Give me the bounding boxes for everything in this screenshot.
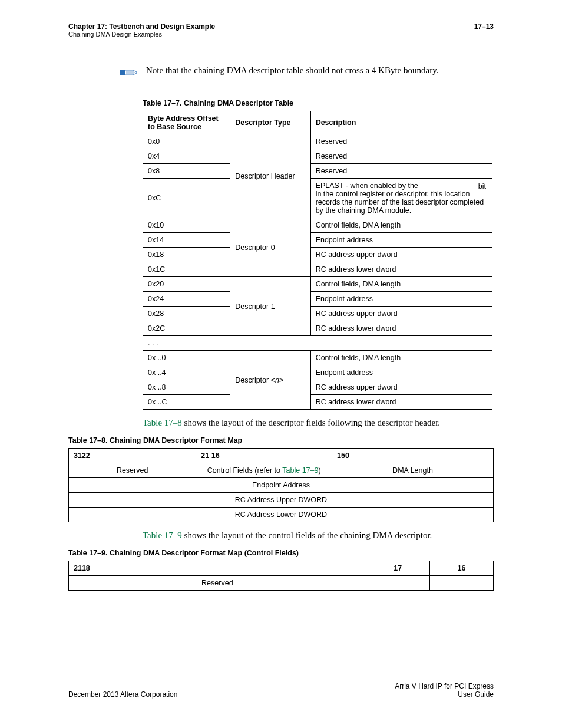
footer-product: Arria V Hard IP for PCI Express (395, 682, 494, 690)
table-row-ellipsis: . . . (143, 336, 492, 351)
cell-type: Descriptor <n> (230, 351, 310, 410)
page-number: 17–13 (474, 22, 494, 31)
paragraph-1: Table 17–8 shows the layout of the descr… (143, 418, 494, 428)
cell-desc: Control fields, DMA length (310, 277, 492, 292)
cell-desc: Reserved (310, 134, 492, 149)
cell-empty (366, 576, 429, 591)
table-row: 0x2C RC address lower dword (143, 321, 492, 336)
cell-type: Descriptor 0 (230, 218, 310, 277)
col-1: 2118 (69, 561, 366, 576)
table-row: 0x28 RC address upper dword (143, 307, 492, 321)
table-row: 0x24 Endpoint address (143, 292, 492, 307)
table-17-9: 2118 17 16 Reserved (68, 561, 494, 591)
table-8-link[interactable]: Table 17–8 (143, 418, 182, 427)
footer-left: December 2013 Altera Corporation (68, 690, 177, 699)
cell-offset: 0x24 (143, 292, 230, 307)
table9-caption: Table 17–9. Chaining DMA Descriptor Form… (68, 549, 494, 557)
cell-type: Descriptor 1 (230, 277, 310, 336)
col-desc: Description (310, 111, 492, 134)
cell-type: Descriptor Header (230, 134, 310, 218)
cell-desc: RC address upper dword (310, 248, 492, 262)
col-3: 16 (429, 561, 493, 576)
cell-desc: Control fields, DMA length (310, 218, 492, 233)
table8-caption: Table 17–8. Chaining DMA Descriptor Form… (68, 436, 494, 444)
pointing-hand-icon (120, 67, 138, 78)
cell-offset: 0xC (143, 179, 230, 218)
ctrl-post: ) (318, 466, 320, 475)
col-offset: Byte Address Offset to Base Source (143, 111, 230, 134)
cell-desc: Reserved (310, 149, 492, 164)
cell-reserved: Reserved (69, 576, 366, 591)
table-row: Endpoint Address (69, 478, 494, 493)
eplast-rest: in the control register or descriptor, t… (316, 190, 484, 215)
cell-offset: 0x ..8 (143, 380, 230, 395)
cell-offset: 0x ..C (143, 395, 230, 410)
table-row: 0x20 Descriptor 1 Control fields, DMA le… (143, 277, 492, 292)
col-2: 17 (366, 561, 429, 576)
table-row: 0x18 RC address upper dword (143, 248, 492, 262)
note-text: Note that the chaining DMA descriptor ta… (146, 65, 438, 75)
cell-desc: RC address lower dword (310, 395, 492, 410)
page-footer: December 2013 Altera Corporation Arria V… (68, 682, 494, 699)
table-row: 0x0 Descriptor Header Reserved (143, 134, 492, 149)
cell-lower: RC Address Lower DWORD (69, 508, 494, 522)
paragraph-2: Table 17–9 shows the layout of the contr… (143, 531, 494, 541)
cell-offset: 0x18 (143, 248, 230, 262)
cell-desc: RC address lower dword (310, 321, 492, 336)
cell-offset: 0x ..4 (143, 365, 230, 380)
table-row: 0x8 Reserved (143, 164, 492, 179)
desc-n-post: > (279, 376, 283, 384)
cell-offset: 0x14 (143, 233, 230, 248)
table-header-row: Byte Address Offset to Base Source Descr… (143, 111, 492, 134)
desc-n-n: n (275, 376, 279, 384)
cell-desc: RC address lower dword (310, 262, 492, 277)
col-3: 150 (332, 449, 494, 463)
cell-desc: Endpoint address (310, 233, 492, 248)
header-left: Chapter 17: Testbench and Design Example… (68, 22, 215, 38)
svg-rect-0 (120, 70, 125, 75)
table-row: Reserved Control Fields (refer to Table … (69, 463, 494, 478)
desc-n-pre: Descriptor < (235, 376, 275, 384)
cell-ep: Endpoint Address (69, 478, 494, 493)
table-9-link[interactable]: Table 17–9 (282, 466, 318, 475)
table-17-8: 3122 21 16 150 Reserved Control Fields (… (68, 448, 494, 522)
col-type: Descriptor Type (230, 111, 310, 134)
cell-offset: 0x8 (143, 164, 230, 179)
table-17-7: Byte Address Offset to Base Source Descr… (143, 111, 492, 410)
chapter-subtitle: Chaining DMA Design Examples (68, 31, 215, 38)
table-row: 0x ..0 Descriptor <n> Control fields, DM… (143, 351, 492, 365)
table-9-link-2[interactable]: Table 17–9 (143, 531, 182, 540)
eplast-main: EPLAST - when enabled by the (316, 182, 418, 190)
table-row: RC Address Upper DWORD (69, 493, 494, 508)
ctrl-pre: Control Fields (refer to (207, 466, 283, 475)
cell-desc: Endpoint address (310, 292, 492, 307)
cell-desc: Control fields, DMA length (310, 351, 492, 365)
cell-ellipsis: . . . (143, 336, 492, 351)
footer-right: Arria V Hard IP for PCI Express User Gui… (395, 682, 494, 699)
page-header: Chapter 17: Testbench and Design Example… (68, 22, 494, 39)
cell-reserved: Reserved (69, 463, 196, 478)
para1-rest: shows the layout of the descriptor field… (182, 418, 440, 427)
cell-offset: 0x2C (143, 321, 230, 336)
cell-dma-length: DMA Length (332, 463, 494, 478)
table-row: Reserved (69, 576, 494, 591)
col-1: 3122 (69, 449, 196, 463)
para2-rest: shows the layout of the control fields o… (182, 531, 432, 540)
table-row: 0x1C RC address lower dword (143, 262, 492, 277)
chapter-title: Chapter 17: Testbench and Design Example (68, 22, 215, 31)
eplast-bit: bit (478, 182, 486, 190)
cell-offset: 0x ..0 (143, 351, 230, 365)
table-row: 0xC EPLAST - when enabled by the bit in … (143, 179, 492, 218)
cell-desc: Endpoint address (310, 365, 492, 380)
cell-desc: RC address upper dword (310, 380, 492, 395)
table-row: 0x14 Endpoint address (143, 233, 492, 248)
cell-offset: 0x1C (143, 262, 230, 277)
table-row: 0x ..8 RC address upper dword (143, 380, 492, 395)
cell-offset: 0x0 (143, 134, 230, 149)
cell-offset: 0x10 (143, 218, 230, 233)
cell-offset: 0x20 (143, 277, 230, 292)
table-row: 0x ..C RC address lower dword (143, 395, 492, 410)
note-row: Note that the chaining DMA descriptor ta… (120, 65, 494, 78)
table-header-row: 3122 21 16 150 (69, 449, 494, 463)
cell-desc: RC address upper dword (310, 307, 492, 321)
